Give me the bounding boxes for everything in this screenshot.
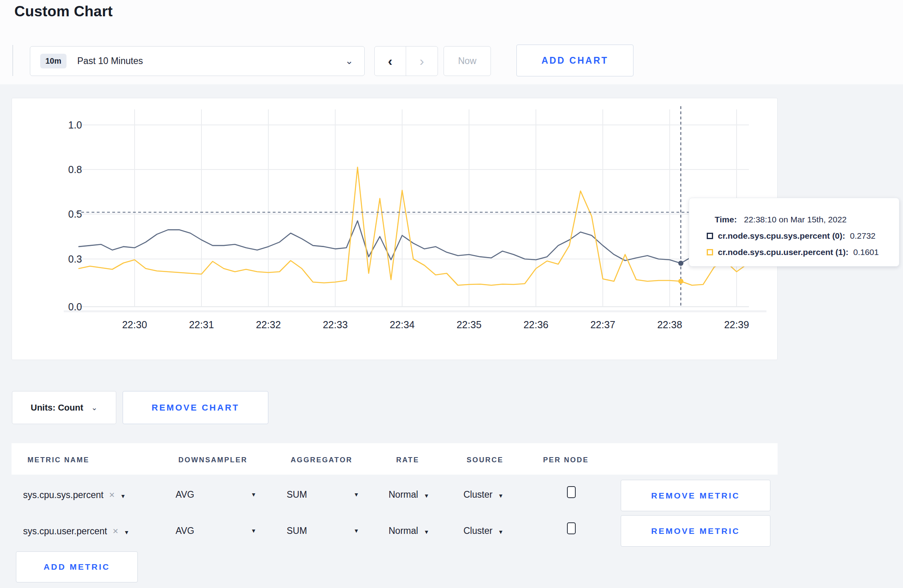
svg-text:22:39: 22:39 [724,319,749,330]
aggregator-dropdown[interactable]: SUM [287,489,307,500]
page-title: Custom Chart [14,3,113,20]
sys-series-name: cr.node.sys.cpu.sys.percent (0): [718,231,845,241]
chevron-down-icon: ⌄ [345,55,353,66]
metric-name-text: sys.cpu.sys.percent [23,490,104,500]
downsampler-dropdown[interactable]: AVG [176,526,194,536]
add-chart-button[interactable]: ADD CHART [516,45,633,76]
next-time-button[interactable]: › [406,47,438,76]
source-text: Cluster [463,526,493,536]
add-metric-button[interactable]: ADD METRIC [16,551,138,582]
tooltip-time-value: 22:38:10 on Mar 15th, 2022 [744,215,846,224]
rate-dropdown[interactable]: Normal▼ [389,489,429,500]
svg-text:22:33: 22:33 [323,319,348,330]
caret-down-icon: ▼ [424,529,429,535]
time-range-dropdown[interactable]: 10m Past 10 Minutes ⌄ [30,46,365,76]
svg-text:1.0: 1.0 [68,119,82,130]
remove-chart-button[interactable]: REMOVE CHART [123,391,268,424]
col-header-downsampler: DOWNSAMPLER [178,456,248,464]
col-header-metric-name: METRIC NAME [27,456,90,464]
remove-metric-button[interactable]: REMOVE METRIC [621,515,770,547]
col-header-source: SOURCE [467,456,504,464]
tooltip-series-row: cr.node.sys.cpu.sys.percent (0): 0.2732 [707,231,899,241]
caret-down-icon[interactable]: ▼ [354,528,359,534]
rate-text: Normal [389,526,418,536]
caret-down-icon: ▼ [120,493,126,499]
svg-text:22:30: 22:30 [122,319,147,330]
now-button[interactable]: Now [444,46,491,76]
chart-card: 0.00.30.50.81.022:3022:3122:3222:3322:34… [12,98,778,360]
tooltip-time-label: Time: [715,215,737,224]
caret-down-icon[interactable]: ▼ [354,491,359,498]
timeseries-chart[interactable]: 0.00.30.50.81.022:3022:3122:3222:3322:34… [12,98,778,360]
col-header-rate: RATE [396,456,419,464]
svg-text:22:35: 22:35 [457,319,482,330]
user-series-value: 0.1601 [853,247,879,257]
source-dropdown[interactable]: Cluster▼ [463,489,504,500]
metric-name-dropdown[interactable]: sys.cpu.sys.percent×▼ [23,489,126,500]
sys-series-swatch-icon [707,233,713,239]
aggregator-dropdown[interactable]: SUM [287,526,307,536]
tooltip-series-row: cr.node.sys.cpu.user.percent (1): 0.1601 [707,247,899,257]
svg-text:22:37: 22:37 [590,319,616,330]
remove-metric-button[interactable]: REMOVE METRIC [621,480,770,511]
svg-text:0.3: 0.3 [68,253,82,265]
rate-text: Normal [389,489,418,500]
downsampler-dropdown[interactable]: AVG [176,489,194,500]
metric-name-dropdown[interactable]: sys.cpu.user.percent×▼ [23,526,129,537]
caret-down-icon: ▼ [124,529,129,535]
svg-text:0.8: 0.8 [68,164,82,175]
chevron-right-icon: › [420,53,424,69]
time-nav-group: ‹ › [374,46,438,76]
time-range-label: Past 10 Minutes [77,56,143,66]
user-series-name: cr.node.sys.cpu.user.percent (1): [718,247,848,257]
svg-text:22:32: 22:32 [256,319,281,330]
caret-down-icon: ▼ [498,493,504,499]
metrics-table-header [12,443,778,475]
svg-text:22:38: 22:38 [657,319,682,330]
remove-x-icon[interactable]: × [109,489,115,500]
caret-down-icon[interactable]: ▼ [251,491,256,498]
tooltip-time-row: Time: 22:38:10 on Mar 15th, 2022 [715,215,899,224]
chevron-down-icon: ⌄ [91,403,98,412]
sys-series-value: 0.2732 [850,231,876,241]
metric-name-text: sys.cpu.user.percent [23,526,107,536]
user-series-swatch-icon [707,249,713,255]
remove-x-icon[interactable]: × [113,526,118,536]
chart-tooltip: Time: 22:38:10 on Mar 15th, 2022 cr.node… [689,198,899,267]
prev-time-button[interactable]: ‹ [375,47,406,76]
toolbar-divider [12,45,13,76]
source-dropdown[interactable]: Cluster▼ [463,526,504,536]
svg-text:22:31: 22:31 [189,319,214,330]
svg-text:22:36: 22:36 [524,319,549,330]
col-header-per-node: PER NODE [543,456,589,464]
units-dropdown[interactable]: Units: Count ⌄ [12,391,116,424]
svg-text:0.5: 0.5 [68,208,82,220]
per-node-checkbox[interactable] [567,522,576,534]
caret-down-icon: ▼ [424,493,429,499]
rate-dropdown[interactable]: Normal▼ [389,526,429,536]
chevron-left-icon: ‹ [388,53,392,69]
source-text: Cluster [463,489,493,500]
col-header-aggregator: AGGREGATOR [291,456,352,464]
caret-down-icon: ▼ [498,529,504,535]
caret-down-icon[interactable]: ▼ [251,528,256,534]
units-label: Units: Count [31,403,83,413]
per-node-checkbox[interactable] [567,486,576,498]
svg-text:22:34: 22:34 [390,319,415,330]
time-range-badge: 10m [40,54,66,68]
